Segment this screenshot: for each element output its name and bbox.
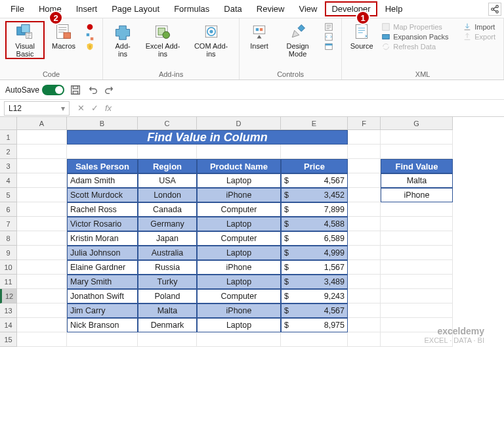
cell-G6[interactable] [381, 202, 453, 217]
header-region[interactable]: Region [138, 159, 197, 173]
formula-bar[interactable]: ✕ ✓ fx [74, 103, 116, 113]
name-box[interactable]: L12▾ [4, 101, 70, 116]
expansion-packs-button[interactable]: Expansion Packs [381, 32, 455, 41]
design-mode-button[interactable]: Design Mode [276, 21, 319, 59]
cell-F9[interactable] [348, 246, 381, 260]
cell-F15[interactable] [348, 332, 381, 347]
cell-sp-7[interactable]: Victor Rosario [67, 217, 138, 231]
export-button[interactable]: Export [463, 32, 495, 41]
cell-region-11[interactable]: Turky [138, 275, 197, 289]
cell-A5[interactable] [17, 188, 67, 202]
run-dialog-button[interactable] [324, 42, 333, 51]
row-header-10[interactable]: 10 [0, 260, 17, 275]
cell-price-9[interactable]: $4,999 [281, 246, 348, 260]
cell-prod-4[interactable]: Laptop [197, 173, 281, 188]
insert-control-button[interactable]: Insert [245, 21, 274, 51]
header-find-value[interactable]: Find Value [381, 159, 453, 173]
cell-region-6[interactable]: Canada [138, 202, 197, 217]
use-relative-refs-button[interactable] [85, 32, 94, 41]
cell-price-7[interactable]: $4,588 [281, 217, 348, 231]
cell-F8[interactable] [348, 231, 381, 246]
row-header-1[interactable]: 1 [0, 130, 17, 145]
header-sales-person[interactable]: Sales Person [67, 159, 138, 173]
title-cell[interactable]: Find Value in Column [67, 130, 348, 145]
menu-view[interactable]: View [292, 1, 324, 16]
cell-price-12[interactable]: $9,243 [281, 289, 348, 303]
cell-G2[interactable] [381, 145, 453, 159]
cell-region-8[interactable]: Japan [138, 231, 197, 246]
source-button[interactable]: Source [347, 21, 376, 51]
cell-C2[interactable] [138, 145, 197, 159]
fx-icon[interactable]: fx [105, 103, 112, 113]
visual-basic-button[interactable]: Visual Basic [5, 21, 45, 59]
cell-F6[interactable] [348, 202, 381, 217]
excel-addins-button[interactable]: Excel Add-ins [140, 21, 186, 59]
cell-F13[interactable] [348, 303, 381, 318]
cell-A1[interactable] [17, 130, 67, 145]
cell-sp-13[interactable]: Jim Carry [67, 303, 138, 318]
menu-review[interactable]: Review [250, 1, 291, 16]
select-all-corner[interactable] [0, 117, 17, 130]
macro-security-button[interactable]: ! [85, 42, 94, 51]
cell-A12[interactable] [17, 289, 67, 303]
cell-price-6[interactable]: $7,899 [281, 202, 348, 217]
cell-G13[interactable] [381, 303, 453, 318]
col-header-G[interactable]: G [381, 117, 453, 130]
cell-A4[interactable] [17, 173, 67, 188]
cell-prod-14[interactable]: Laptop [197, 318, 281, 332]
cell-sp-11[interactable]: Mary Smith [67, 275, 138, 289]
save-icon[interactable] [70, 84, 81, 96]
redo-icon[interactable] [104, 84, 116, 96]
row-header-5[interactable]: 5 [0, 188, 17, 202]
cell-B2[interactable] [67, 145, 138, 159]
cell-region-4[interactable]: USA [138, 173, 197, 188]
cell-B15[interactable] [67, 332, 138, 347]
menu-page-layout[interactable]: Page Layout [105, 1, 166, 16]
cell-F2[interactable] [348, 145, 381, 159]
cell-sp-12[interactable]: Jonathon Swift [67, 289, 138, 303]
cell-sp-6[interactable]: Rachel Ross [67, 202, 138, 217]
cell-F14[interactable] [348, 318, 381, 332]
cell-G12[interactable] [381, 289, 453, 303]
cell-F4[interactable] [348, 173, 381, 188]
cell-A2[interactable] [17, 145, 67, 159]
record-macro-button[interactable] [85, 22, 94, 32]
cell-sp-9[interactable]: Julia Johnson [67, 246, 138, 260]
cell-F1[interactable] [348, 130, 381, 145]
cell-price-10[interactable]: $1,567 [281, 260, 348, 275]
cell-A6[interactable] [17, 202, 67, 217]
cell-G10[interactable] [381, 260, 453, 275]
cell-region-14[interactable]: Denmark [138, 318, 197, 332]
row-header-8[interactable]: 8 [0, 231, 17, 246]
cell-sp-4[interactable]: Adam Smith [67, 173, 138, 188]
cell-E15[interactable] [281, 332, 348, 347]
cell-region-13[interactable]: Malta [138, 303, 197, 318]
cell-G7[interactable] [381, 217, 453, 231]
col-header-E[interactable]: E [281, 117, 348, 130]
cell-price-5[interactable]: $3,452 [281, 188, 348, 202]
cell-region-7[interactable]: Germany [138, 217, 197, 231]
cells-area[interactable]: Find Value in ColumnSales PersonRegionPr… [17, 130, 453, 347]
row-header-6[interactable]: 6 [0, 202, 17, 217]
cell-A14[interactable] [17, 318, 67, 332]
row-header-7[interactable]: 7 [0, 217, 17, 231]
menu-insert[interactable]: Insert [70, 1, 104, 16]
col-header-C[interactable]: C [138, 117, 197, 130]
cell-A13[interactable] [17, 303, 67, 318]
cell-prod-9[interactable]: Laptop [197, 246, 281, 260]
cell-prod-5[interactable]: iPhone [197, 188, 281, 202]
cell-A7[interactable] [17, 217, 67, 231]
row-header-9[interactable]: 9 [0, 246, 17, 260]
cell-price-4[interactable]: $4,567 [281, 173, 348, 188]
cell-prod-7[interactable]: Laptop [197, 217, 281, 231]
row-header-13[interactable]: 13 [0, 303, 17, 318]
com-addins-button[interactable]: COM Add-ins [188, 21, 234, 59]
cell-F11[interactable] [348, 275, 381, 289]
cell-A11[interactable] [17, 275, 67, 289]
menu-file[interactable]: File [4, 1, 31, 16]
col-header-F[interactable]: F [348, 117, 381, 130]
cell-region-12[interactable]: Poland [138, 289, 197, 303]
import-button[interactable]: Import [463, 22, 495, 32]
autosave-toggle[interactable]: AutoSave [5, 85, 64, 95]
cell-F5[interactable] [348, 188, 381, 202]
